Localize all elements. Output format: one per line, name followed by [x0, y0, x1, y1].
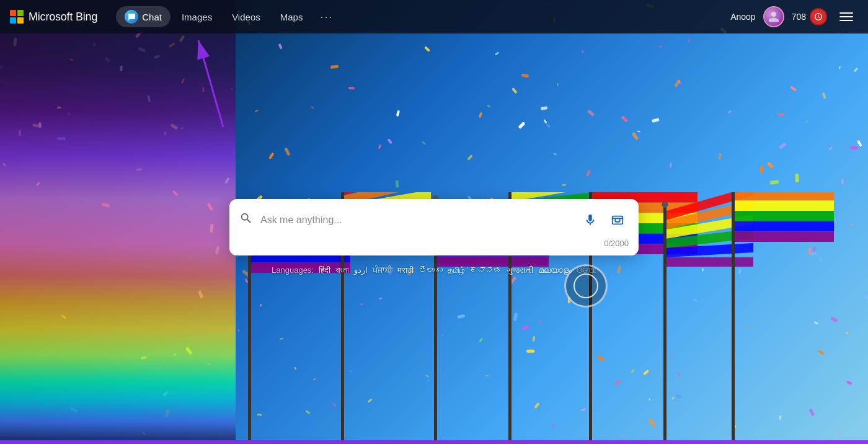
main-content: 0/2000 Languages: हिंदी বাংলা اردو ਪੰਜਾਬ…: [0, 33, 868, 440]
nav-chat[interactable]: Chat: [116, 6, 170, 27]
search-icon: [239, 211, 253, 228]
menu-bar-2: [839, 16, 853, 17]
user-name: Anoop: [730, 12, 755, 22]
nav-images[interactable]: Images: [173, 8, 221, 26]
search-input-row: [229, 199, 639, 236]
reward-icon[interactable]: [810, 8, 827, 25]
lang-marathi[interactable]: मराठी: [397, 265, 414, 275]
search-actions: [579, 209, 629, 231]
languages-label: Languages:: [272, 265, 314, 275]
navbar: Microsoft Bing Chat Images Videos Maps ·…: [0, 0, 868, 33]
logo-cell-red: [10, 10, 16, 16]
search-footer: 0/2000: [229, 236, 639, 255]
logo-cell-yellow: [17, 17, 24, 24]
images-label: Images: [182, 12, 212, 22]
nav-right: Anoop 708: [730, 6, 858, 27]
camera-button[interactable]: [606, 209, 629, 231]
search-input[interactable]: [260, 215, 572, 226]
lang-gujarati[interactable]: ગુજરાતી: [507, 265, 534, 275]
char-count: 0/2000: [604, 239, 629, 248]
search-container: 0/2000 Languages: हिंदी বাংলা اردو ਪੰਜਾਬ…: [229, 199, 639, 275]
logo-cell-green: [17, 10, 24, 16]
chat-label: Chat: [142, 12, 162, 22]
lang-hindi[interactable]: हिंदी: [319, 265, 330, 275]
bottom-accent-bar: [0, 440, 868, 444]
avatar[interactable]: [763, 6, 784, 27]
languages-row: Languages: हिंदी বাংলা اردو ਪੰਜਾਬੀ मराठी…: [272, 265, 596, 275]
lang-telugu[interactable]: తెలుగు: [418, 265, 443, 275]
nav-maps[interactable]: Maps: [272, 8, 312, 26]
lang-malayalam[interactable]: മലയാളം: [539, 265, 572, 275]
svg-rect-2: [613, 216, 623, 224]
logo-area[interactable]: Microsoft Bing: [10, 10, 97, 24]
lang-punjabi[interactable]: ਪੰਜਾਬੀ: [373, 265, 392, 275]
nav-more-dots[interactable]: ···: [314, 7, 339, 27]
score-badge: 708: [792, 8, 827, 25]
menu-bar-1: [839, 12, 853, 14]
lang-kannada[interactable]: ಕನ್ನಡ: [470, 265, 502, 275]
nav-videos[interactable]: Videos: [223, 8, 269, 26]
logo-cell-blue: [10, 17, 16, 24]
lang-tamil[interactable]: தமிழ்: [448, 265, 465, 275]
lang-urdu[interactable]: اردو: [354, 265, 368, 275]
camera-overlay: [564, 264, 608, 308]
menu-bar-3: [839, 20, 853, 21]
chat-icon: [125, 10, 138, 24]
brand-name: Microsoft Bing: [29, 11, 97, 24]
microsoft-logo: [10, 10, 24, 24]
search-box: 0/2000: [229, 199, 639, 255]
mic-button[interactable]: [579, 209, 601, 231]
avatar-inner: [764, 7, 783, 26]
lang-bengali[interactable]: বাংলা: [335, 265, 349, 275]
maps-label: Maps: [280, 12, 303, 22]
nav-items: Chat Images Videos Maps ···: [116, 6, 730, 27]
videos-label: Videos: [232, 12, 260, 22]
camera-inner-circle: [574, 273, 598, 298]
hamburger-menu[interactable]: [835, 9, 858, 25]
svg-rect-3: [615, 218, 619, 222]
score-value: 708: [792, 12, 806, 22]
